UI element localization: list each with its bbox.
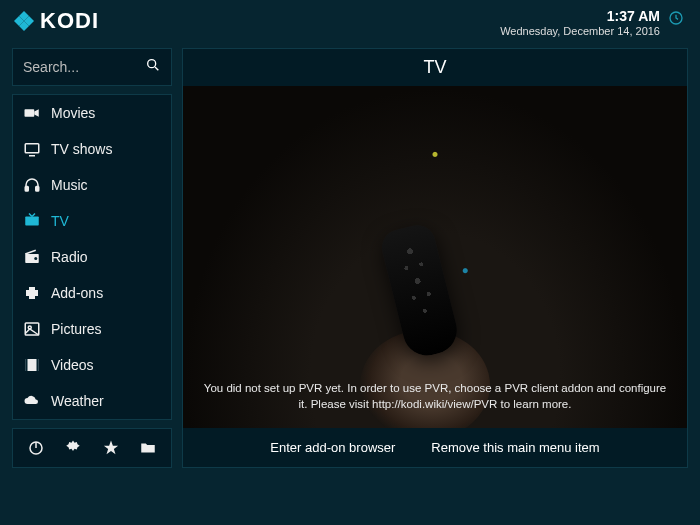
pvr-setup-message: You did not set up PVR yet. In order to … — [203, 380, 667, 412]
kodi-logo-icon — [12, 9, 36, 33]
sidebar-item-label: TV — [51, 213, 69, 229]
tv-icon — [23, 212, 41, 230]
date-label: Wednesday, December 14, 2016 — [500, 25, 660, 38]
sidebar-item-label: TV shows — [51, 141, 112, 157]
sidebar-item-label: Videos — [51, 357, 94, 373]
time-label: 1:37 AM — [500, 8, 660, 25]
camera-icon — [23, 104, 41, 122]
svg-rect-6 — [25, 109, 35, 117]
headphones-icon — [23, 176, 41, 194]
svg-point-12 — [34, 257, 37, 260]
search-placeholder: Search... — [23, 59, 79, 75]
sidebar-item-label: Movies — [51, 105, 95, 121]
svg-rect-9 — [36, 186, 39, 191]
svg-rect-8 — [25, 186, 28, 191]
sidebar-item-tvshows[interactable]: TV shows — [13, 131, 171, 167]
sidebar-item-label: Radio — [51, 249, 88, 265]
file-manager-button[interactable] — [137, 437, 159, 459]
sidebar-item-pictures[interactable]: Pictures — [13, 311, 171, 347]
enter-addon-browser-button[interactable]: Enter add-on browser — [270, 440, 395, 455]
radio-icon — [23, 248, 41, 266]
sidebar-item-weather[interactable]: Weather — [13, 383, 171, 419]
sidebar-item-label: Weather — [51, 393, 104, 409]
sidebar-item-label: Pictures — [51, 321, 102, 337]
clock-area: 1:37 AM Wednesday, December 14, 2016 — [500, 8, 684, 38]
svg-point-5 — [148, 60, 156, 68]
sidebar-item-movies[interactable]: Movies — [13, 95, 171, 131]
remove-menu-item-button[interactable]: Remove this main menu item — [431, 440, 599, 455]
system-bar — [12, 428, 172, 468]
settings-button[interactable] — [62, 437, 84, 459]
svg-rect-10 — [25, 216, 39, 225]
tv-outline-icon — [23, 140, 41, 158]
sidebar-nav: Movies TV shows Music TV Radio Add-ons — [12, 94, 172, 420]
app-logo: KODI — [12, 8, 99, 34]
app-name: KODI — [40, 8, 99, 34]
sidebar-item-addons[interactable]: Add-ons — [13, 275, 171, 311]
sidebar-item-tv[interactable]: TV — [13, 203, 171, 239]
search-input[interactable]: Search... — [12, 48, 172, 86]
image-icon — [23, 320, 41, 338]
svg-rect-17 — [37, 359, 39, 371]
sidebar-item-music[interactable]: Music — [13, 167, 171, 203]
puzzle-icon — [23, 284, 41, 302]
svg-rect-16 — [25, 359, 27, 371]
cloud-icon — [23, 392, 41, 410]
content-actions: Enter add-on browser Remove this main me… — [183, 428, 687, 467]
sidebar-item-radio[interactable]: Radio — [13, 239, 171, 275]
search-icon — [145, 57, 161, 77]
svg-rect-7 — [25, 144, 39, 153]
favorites-button[interactable] — [100, 437, 122, 459]
sidebar-item-label: Music — [51, 177, 88, 193]
clock-icon — [668, 10, 684, 30]
film-icon — [23, 356, 41, 374]
content-preview: You did not set up PVR yet. In order to … — [183, 86, 687, 428]
power-button[interactable] — [25, 437, 47, 459]
content-title: TV — [183, 49, 687, 86]
sidebar-item-videos[interactable]: Videos — [13, 347, 171, 383]
sidebar-item-label: Add-ons — [51, 285, 103, 301]
